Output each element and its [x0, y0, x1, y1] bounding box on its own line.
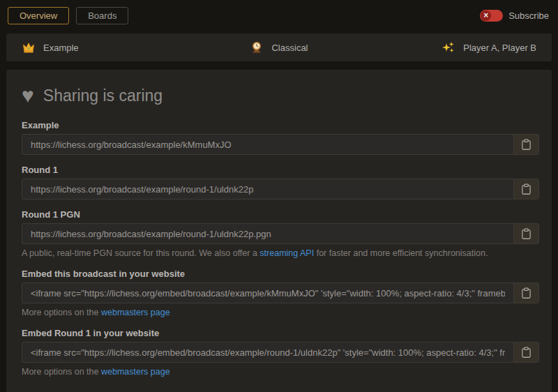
- streaming-api-link[interactable]: streaming API: [259, 248, 314, 258]
- tab-boards[interactable]: Boards: [76, 7, 128, 24]
- webmasters-page-link[interactable]: webmasters page: [101, 367, 170, 377]
- players: Player A, Player B: [463, 43, 536, 53]
- broadcast-info-bar: Example Classical Player A, Player B: [6, 33, 552, 61]
- tournament-name: Example: [43, 43, 79, 53]
- field-label: Embed this broadcast in your website: [22, 269, 539, 279]
- tab-bar: Overview Boards × Subscribe: [6, 6, 552, 24]
- share-section-round1: Round 1: [22, 165, 539, 199]
- help-text-after: for faster and more efficient synchronis…: [314, 248, 488, 258]
- copy-button[interactable]: [513, 282, 539, 303]
- help-text: A public, real-time PGN source for this …: [22, 248, 539, 259]
- help-text: More options on the webmasters page: [22, 367, 539, 377]
- field-label: Example: [22, 120, 539, 130]
- help-text: More options on the webmasters page: [22, 308, 539, 318]
- input-row: [22, 223, 539, 244]
- embed-round-input[interactable]: [22, 342, 513, 363]
- field-label: Round 1 PGN: [22, 209, 539, 220]
- broadcast-url-input[interactable]: [22, 134, 513, 155]
- webmasters-page-link[interactable]: webmasters page: [101, 308, 170, 317]
- clipboard-icon: [521, 287, 531, 299]
- tab-group: Overview Boards: [8, 7, 128, 24]
- sharing-panel: ♥ Sharing is caring Example Round 1: [6, 70, 552, 392]
- share-section-embed-round1: Embed Round 1 in your website More optio…: [22, 328, 539, 377]
- input-row: [22, 179, 539, 199]
- clipboard-icon: [521, 183, 531, 195]
- sparkles-icon: [442, 40, 455, 54]
- crown-icon: [22, 40, 36, 54]
- copy-button[interactable]: [513, 223, 539, 244]
- field-label: Embed Round 1 in your website: [22, 328, 539, 338]
- clipboard-icon: [521, 347, 531, 359]
- players-group: Player A, Player B: [365, 40, 536, 54]
- clipboard-icon: [521, 139, 531, 151]
- input-row: [22, 282, 539, 303]
- share-section-embed-broadcast: Embed this broadcast in your website Mor…: [22, 269, 539, 318]
- time-control-group: Classical: [193, 40, 365, 54]
- copy-button[interactable]: [513, 342, 539, 363]
- share-section-example: Example: [22, 120, 539, 155]
- toggle-off-x-icon: ×: [481, 10, 491, 21]
- tournament-group: Example: [22, 40, 193, 54]
- input-row: [22, 134, 539, 155]
- copy-button[interactable]: [513, 134, 539, 155]
- field-label: Round 1: [22, 165, 539, 175]
- help-text-before: More options on the: [22, 308, 101, 317]
- share-section-round1-pgn: Round 1 PGN A public, real-time PGN sour…: [22, 209, 539, 259]
- page-title-text: Sharing is caring: [43, 86, 163, 105]
- subscribe-toggle[interactable]: ×: [480, 10, 503, 22]
- embed-broadcast-input[interactable]: [22, 282, 513, 303]
- copy-button[interactable]: [513, 179, 539, 199]
- clock-icon: [250, 40, 264, 54]
- heart-icon: ♥: [22, 85, 34, 106]
- page-title: ♥ Sharing is caring: [22, 85, 539, 106]
- input-row: [22, 342, 539, 363]
- round-url-input[interactable]: [22, 179, 513, 199]
- help-text-before: More options on the: [22, 367, 101, 377]
- help-text-before: A public, real-time PGN source for this …: [22, 248, 259, 258]
- time-control: Classical: [271, 43, 308, 53]
- subscribe-label: Subscribe: [508, 10, 549, 21]
- clipboard-icon: [521, 228, 531, 240]
- pgn-url-input[interactable]: [22, 223, 513, 244]
- subscribe-control[interactable]: × Subscribe: [480, 10, 549, 22]
- tab-overview[interactable]: Overview: [8, 7, 69, 24]
